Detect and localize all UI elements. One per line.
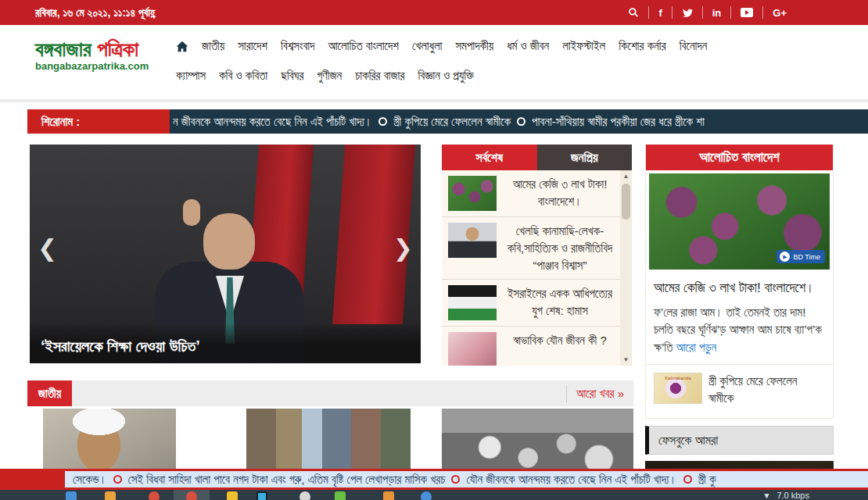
logo-text-green: বঙ্গবাজার <box>35 38 91 61</box>
news-title: খেলছি কানামাছি-লেখক-কবি,সাহিত্যিক ও রাজন… <box>503 223 617 273</box>
nav-item-discussed-bangladesh[interactable]: আলোচিত বাংলাদেশ <box>328 39 399 53</box>
mango-photo[interactable]: ▶ BD Time <box>649 173 830 270</box>
bullet-icon <box>451 475 460 484</box>
turkish-flag-art <box>332 145 415 324</box>
video-badge: ▶ BD Time <box>777 250 825 263</box>
app-icon[interactable] <box>66 491 77 500</box>
logo-text-red: পত্রিকা <box>97 38 138 61</box>
nav-item-entertainment[interactable]: বিনোদন <box>680 39 708 53</box>
carousel-caption[interactable]: ‘ইসরায়েলকে শিক্ষা দেওয়া উচিত’ <box>30 323 421 363</box>
headline-ticker: শিরোনাম : ন জীবনকে আনন্দময় করতে বেছে নি… <box>27 109 868 134</box>
thumbnail-label: Kalmakanda <box>665 376 690 380</box>
nav-item-lifestyle[interactable]: লাইফস্টাইল <box>562 39 605 53</box>
terminal-icon[interactable] <box>256 491 267 500</box>
play-icon: ▶ <box>780 252 790 262</box>
nav-item-notables[interactable]: গুণীজন <box>317 69 342 83</box>
list-scrollbar[interactable]: ▲ ▼ <box>620 170 632 366</box>
ticker-headline[interactable]: ন জীবনকে আনন্দময় করতে বেছে নিন এই পাঁচট… <box>173 115 372 129</box>
nav-item-national[interactable]: জাতীয় <box>202 39 224 53</box>
couple-thumbnail <box>448 332 497 366</box>
site-logo[interactable]: বঙ্গবাজার পত্রিকা bangabazarpatrika.com <box>35 38 149 72</box>
nav-item-teen-corner[interactable]: কিশোর কর্নার <box>619 39 666 53</box>
facebook-widget-header[interactable]: ফেসবুকে আমরা <box>645 426 834 455</box>
google-plus-icon[interactable]: G+ <box>763 7 796 19</box>
list-item[interactable]: ইসরাইলের একক আধিপত্যের যুগ শেষ: হামাস <box>442 280 620 327</box>
read-more-link[interactable]: আরো পড়ুন <box>676 341 716 354</box>
bullet-icon <box>517 117 525 126</box>
main-nav-row1: জাতীয় সারাদেশ বিশ্বসংবাদ আলোচিত বাংলাদে… <box>176 39 707 53</box>
nav-item-campus[interactable]: ক্যাম্পাস <box>176 69 206 83</box>
app-icon[interactable] <box>421 491 432 500</box>
home-icon[interactable] <box>176 41 188 52</box>
app-icon[interactable] <box>383 491 394 500</box>
youtube-icon[interactable] <box>731 8 762 17</box>
list-item[interactable]: Kalmakanda স্ত্রী কুপিয়ে মেরে ফেললেন স্… <box>646 364 833 418</box>
carousel-next-icon[interactable]: ❯ <box>393 237 413 260</box>
section-title-national[interactable]: জাতীয় <box>27 380 72 406</box>
ticker-headline[interactable]: সেই বিধবা সাহিদা খালা পাবে নগদ টাকা এবং … <box>128 473 446 487</box>
app-icon[interactable] <box>335 491 346 500</box>
nav-item-job-market[interactable]: চাকরির বাজার <box>355 69 404 83</box>
nav-item-sports[interactable]: খেলাধুলা <box>412 39 443 53</box>
news-title: স্ত্রী কুপিয়ে মেরে ফেললেন স্বামীকে <box>708 373 825 407</box>
list-item[interactable]: আমের কেজি ৩ লাখ টাকা! বাংলাদেশে। <box>442 170 620 217</box>
nav-item-science-tech[interactable]: বিজ্ঞান ও প্রযুক্তি <box>418 69 474 83</box>
ticker-headline[interactable]: স্ত্রী কু <box>698 473 716 487</box>
net-speed: 7.0 kbps <box>777 491 809 500</box>
app-icon[interactable] <box>299 491 310 500</box>
bottom-ticker-label <box>0 469 65 490</box>
scrollbar-thumb[interactable] <box>622 184 630 220</box>
nav-item-editorial[interactable]: সমপাদকীয় <box>455 39 493 53</box>
bottom-news-ticker: সেকেন্ড। সেই বিধবা সাহিদা খালা পাবে নগদ … <box>0 469 868 490</box>
app-icon[interactable] <box>186 491 197 500</box>
nav-item-countrywide[interactable]: সারাদেশ <box>238 39 267 53</box>
nav-item-world-news[interactable]: বিশ্বসংবাদ <box>281 39 315 53</box>
twitter-icon[interactable] <box>673 7 702 18</box>
network-status: ▼ 7.0 kbps <box>763 491 810 500</box>
scroll-up-icon[interactable]: ▲ <box>620 170 632 182</box>
speaker-photo-art <box>203 213 255 270</box>
app-icon[interactable] <box>149 491 160 500</box>
ticker-headline[interactable]: স্ত্রী কুপিয়ে মেরে ফেললেন স্বামীকে <box>393 115 511 129</box>
bullet-icon <box>113 475 122 484</box>
national-section-bar: জাতীয় আরো খবর » <box>27 380 633 406</box>
linkedin-icon[interactable]: in <box>703 7 731 19</box>
social-links: f in G+ <box>619 0 796 25</box>
scroll-down-icon[interactable]: ▼ <box>620 354 632 366</box>
ticker-headline[interactable]: পাবনা-সাঁথিয়ায় স্বামীর পরকীয়া জের ধরে… <box>532 115 705 129</box>
bullet-icon <box>378 117 387 126</box>
folder-icon[interactable] <box>105 491 116 500</box>
list-item[interactable]: স্বাভাবিক যৌন জীবন কী ? <box>442 327 620 366</box>
featured-article-title[interactable]: আমের কেজি ৩ লাখ টাকা! বাংলাদেশে। <box>646 273 833 299</box>
carousel-prev-icon[interactable]: ❮ <box>38 237 57 260</box>
featured-article-excerpt: ফ’লের রাজা আম। তাই তেমনই তার দাম! চলতি ব… <box>646 299 833 365</box>
ticker-headline[interactable]: সেকেন্ড। <box>73 473 107 487</box>
main-nav-row2: ক্যাম্পাস কবি ও কবিতা ছবিঘর গুণীজন চাকরি… <box>176 69 474 83</box>
ticker-text: ন জীবনকে আনন্দময় করতে বেছে নিন এই পাঁচট… <box>170 115 705 129</box>
os-taskbar: ▼ 7.0 kbps <box>0 490 868 500</box>
ticker-headline[interactable]: যৌন জীবনকে আনন্দময় করতে বেছে নিন এই পাঁ… <box>466 473 676 487</box>
palestine-flag-thumbnail <box>448 285 497 320</box>
logo-domain: bangabazarpatrika.com <box>35 60 149 72</box>
bottom-ticker-text: সেকেন্ড। সেই বিধবা সাহিদা খালা পাবে নগদ … <box>65 473 716 487</box>
facebook-icon[interactable]: f <box>649 7 671 19</box>
tab-popular[interactable]: জনপ্রিয় <box>537 145 633 170</box>
search-icon[interactable] <box>619 7 648 18</box>
nav-item-religion-life[interactable]: ধর্ম ও জীবন <box>507 39 549 53</box>
main-carousel[interactable]: ❮ ❯ ‘ইসরায়েলকে শিক্ষা দেওয়া উচিত’ <box>30 145 421 363</box>
more-news-link[interactable]: আরো খবর » <box>566 385 633 402</box>
list-item[interactable]: খেলছি কানামাছি-লেখক-কবি,সাহিত্যিক ও রাজন… <box>442 217 620 280</box>
latest-news-list: আমের কেজি ৩ লাখ টাকা! বাংলাদেশে। খেলছি ক… <box>442 170 620 366</box>
latest-news-widget: সর্বশেষ জনপ্রিয় আমের কেজি ৩ লাখ টাকা! ব… <box>442 145 632 366</box>
widget-header[interactable]: আলোচিত বাংলাদেশ <box>646 145 833 170</box>
discussed-bangladesh-widget: আলোচিত বাংলাদেশ ▶ BD Time আমের কেজি ৩ লা… <box>645 145 834 419</box>
app-icon[interactable] <box>227 491 238 500</box>
site-header: বঙ্গবাজার পত্রিকা bangabazarpatrika.com … <box>0 25 868 102</box>
bullet-icon <box>683 475 692 484</box>
news-title: আমের কেজি ৩ লাখ টাকা! বাংলাদেশে। <box>503 176 617 210</box>
tab-latest[interactable]: সর্বশেষ <box>442 145 537 170</box>
download-arrow-icon: ▼ <box>763 491 771 500</box>
nav-item-photo-gallery[interactable]: ছবিঘর <box>281 69 303 83</box>
nav-item-poets-poetry[interactable]: কবি ও কবিতা <box>219 69 267 83</box>
speaker-photo-art <box>183 199 200 226</box>
